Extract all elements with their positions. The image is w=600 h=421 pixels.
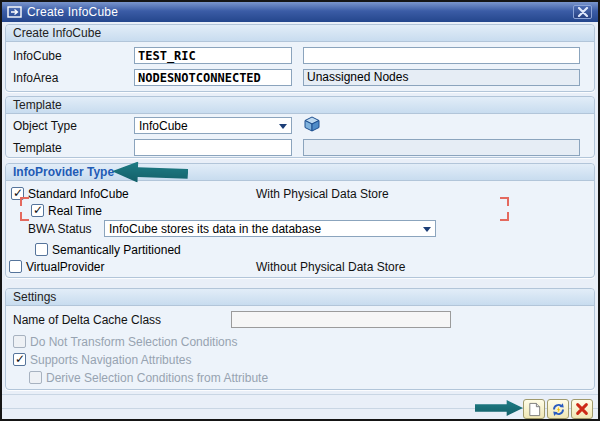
infocube-extra-input[interactable]	[303, 47, 580, 64]
with-physical-data-store-note: With Physical Data Store	[256, 187, 389, 201]
dialog-titlebar[interactable]: Create InfoCube	[2, 2, 598, 22]
cube-icon	[303, 116, 321, 136]
infocube-input[interactable]	[134, 47, 292, 64]
without-physical-data-store-note: Without Physical Data Store	[256, 260, 405, 274]
chevron-down-icon	[279, 124, 287, 129]
virtual-provider-checkbox-row: VirtualProvider	[9, 259, 104, 274]
teal-arrow-footer-annotation	[475, 400, 523, 416]
dialog-window-icon	[7, 5, 23, 19]
supports-navigation-label: Supports Navigation Attributes	[30, 353, 191, 367]
cancel-button[interactable]	[571, 399, 593, 419]
section-infoprovider-type: InfoProvider Type ✓ Standard InfoCube Wi…	[5, 163, 595, 278]
red-bracket-top-right	[500, 197, 509, 206]
semantically-partitioned-checkbox[interactable]	[35, 243, 48, 256]
delta-cache-class-input[interactable]	[231, 311, 451, 328]
semantically-partitioned-label: Semantically Partitioned	[52, 243, 181, 257]
object-type-selected-value: InfoCube	[139, 119, 188, 133]
supports-navigation-checkbox[interactable]: ✓	[13, 353, 26, 366]
red-x-icon	[575, 402, 589, 416]
create-button[interactable]	[523, 399, 545, 419]
template-input[interactable]	[134, 139, 292, 156]
section-settings: Settings Name of Delta Cache Class Do No…	[5, 288, 595, 390]
infoarea-input[interactable]	[134, 69, 292, 86]
do-not-transform-checkbox-row: Do Not Transform Selection Conditions	[13, 334, 237, 349]
object-type-dropdown[interactable]: InfoCube	[134, 117, 292, 134]
real-time-checkbox-row: ✓ Real Time	[31, 203, 102, 218]
section-create-infocube: Create InfoCube InfoCube InfoArea Unassi…	[5, 24, 595, 92]
object-type-label: Object Type	[13, 119, 77, 133]
real-time-checkbox[interactable]: ✓	[31, 204, 44, 217]
footer-separator	[2, 394, 598, 395]
section-infoprovider-header: InfoProvider Type	[6, 164, 594, 181]
refresh-arrows-icon	[551, 402, 566, 417]
template-description-field	[303, 139, 580, 156]
supports-navigation-checkbox-row: ✓ Supports Navigation Attributes	[13, 352, 191, 367]
dialog-title: Create InfoCube	[27, 5, 118, 19]
chevron-down-icon	[423, 227, 431, 232]
transfer-button[interactable]	[547, 399, 569, 419]
infoarea-label: InfoArea	[13, 71, 58, 85]
section-create-infocube-header: Create InfoCube	[6, 25, 594, 42]
do-not-transform-checkbox[interactable]	[13, 335, 26, 348]
infoarea-description-field: Unassigned Nodes	[303, 69, 580, 86]
infocube-label: InfoCube	[13, 49, 62, 63]
derive-selection-checkbox[interactable]	[29, 371, 42, 384]
close-button[interactable]	[573, 5, 592, 19]
virtual-provider-label: VirtualProvider	[26, 260, 104, 274]
bwa-status-dropdown[interactable]: InfoCube stores its data in the database	[104, 220, 436, 237]
close-x-icon	[577, 7, 589, 17]
section-template-header: Template	[6, 97, 594, 114]
virtual-provider-checkbox[interactable]	[9, 260, 22, 273]
derive-selection-checkbox-row: Derive Selection Conditions from Attribu…	[29, 370, 268, 385]
real-time-label: Real Time	[48, 204, 102, 218]
red-bracket-bottom-left	[20, 212, 29, 221]
section-settings-header: Settings	[6, 289, 594, 306]
do-not-transform-label: Do Not Transform Selection Conditions	[30, 335, 237, 349]
bwa-status-label: BWA Status	[28, 222, 92, 236]
standard-infocube-label: Standard InfoCube	[28, 187, 129, 201]
semantically-partitioned-checkbox-row: Semantically Partitioned	[35, 242, 181, 257]
derive-selection-label: Derive Selection Conditions from Attribu…	[46, 371, 268, 385]
red-bracket-top-left	[20, 197, 29, 206]
delta-cache-class-label: Name of Delta Cache Class	[13, 313, 161, 327]
new-document-icon	[527, 402, 542, 417]
section-template: Template Object Type InfoCube Template	[5, 96, 595, 158]
red-bracket-bottom-right	[500, 212, 509, 221]
bwa-status-selected-value: InfoCube stores its data in the database	[109, 222, 321, 236]
template-label: Template	[13, 141, 62, 155]
create-infocube-dialog: Create InfoCube Create InfoCube InfoCube…	[0, 0, 600, 421]
